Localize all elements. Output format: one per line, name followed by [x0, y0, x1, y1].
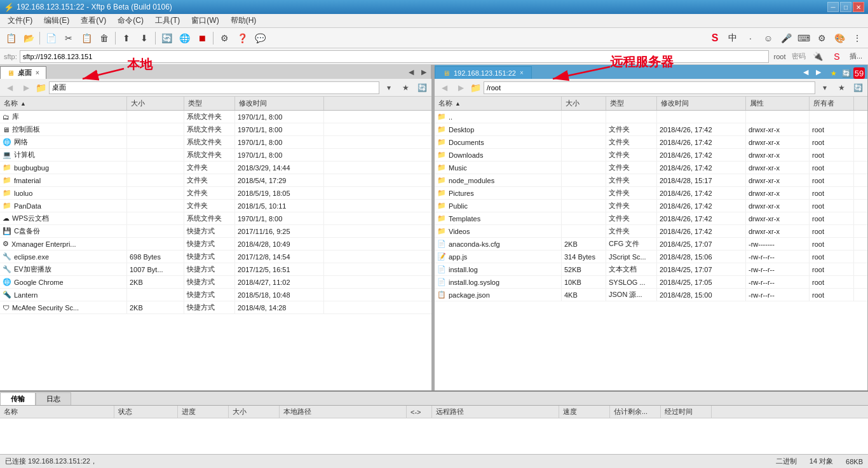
copy-button[interactable]: 📄 [43, 30, 59, 46]
tab-log[interactable]: 日志 [36, 392, 71, 405]
local-tab-close[interactable]: × [36, 69, 39, 76]
delete-button[interactable]: 🗑 [96, 30, 112, 46]
local-path[interactable]: 桌面 [49, 81, 379, 94]
list-item[interactable]: 🌐网络 系统文件夹 1970/1/1, 8:00 [0, 136, 431, 149]
remote-tab[interactable]: 🖥 192.168.123.151:22 × [435, 66, 532, 79]
help-button[interactable]: ❓ [234, 30, 250, 46]
list-item[interactable]: 📁Templates 文件夹 2018/4/26, 17:42 drwxr-xr… [435, 212, 867, 225]
keyboard-button[interactable]: ⌨ [796, 30, 812, 46]
col-date-local[interactable]: 修改时间 [235, 97, 324, 110]
list-item[interactable]: 📋package.json 4KB JSON 源... 2018/4/28, 1… [435, 289, 867, 301]
col-name-remote[interactable]: 名称 ▲ [435, 97, 562, 110]
col-owner-remote[interactable]: 所有者 [810, 97, 854, 110]
list-item[interactable]: 🗂库 系统文件夹 1970/1/1, 8:00 [0, 111, 431, 123]
sync-icon-remote[interactable]: 🔄 [841, 67, 852, 79]
connect-button[interactable]: 🔌 [810, 48, 826, 65]
globe-icon-btn[interactable]: 🌐 [176, 30, 193, 46]
chat-button[interactable]: 💬 [252, 30, 268, 46]
list-item[interactable]: 🔧eclipse.exe 698 Bytes 快捷方式 2017/12/8, 1… [0, 251, 431, 263]
list-item[interactable]: 📁Videos 文件夹 2018/4/26, 17:42 drwxr-xr-x … [435, 225, 867, 238]
tcol-eta[interactable]: 估计剩余... [610, 406, 661, 418]
sogou-icon[interactable]: S [707, 30, 723, 46]
nav-right-btn[interactable]: ▶ [418, 66, 430, 78]
new-session-button[interactable]: 📋 [3, 30, 19, 46]
list-item[interactable]: ⚙Xmanager Enterpri... 快捷方式 2018/4/28, 10… [0, 238, 431, 251]
nav-right-btn-remote[interactable]: ▶ [813, 66, 824, 78]
tcol-progress[interactable]: 进度 [178, 406, 229, 418]
list-item[interactable]: 📁fmaterial 文件夹 2018/5/4, 17:29 [0, 174, 431, 187]
tcol-status[interactable]: 状态 [114, 406, 178, 418]
download-button[interactable]: ⬇ [136, 30, 153, 46]
list-item[interactable]: 🌐Google Chrome 2KB 快捷方式 2018/4/27, 11:02 [0, 276, 431, 289]
col-name-local[interactable]: 名称 ▲ [0, 97, 127, 110]
tcol-speed[interactable]: 速度 [559, 406, 610, 418]
tcol-size[interactable]: 大小 [229, 406, 280, 418]
cut-button[interactable]: ✂ [60, 30, 77, 46]
refresh-btn-remote[interactable]: 🔄 [851, 81, 865, 95]
sync-button[interactable]: 🔄 [158, 30, 175, 46]
skin-button[interactable]: 🎨 [831, 30, 848, 46]
list-item[interactable]: 🖥控制面板 系统文件夹 1970/1/1, 8:00 [0, 123, 431, 136]
paste-button[interactable]: 📋 [78, 30, 95, 46]
col-size-remote[interactable]: 大小 [562, 97, 606, 110]
list-item[interactable]: 💾C盘备份 快捷方式 2017/11/16, 9:25 [0, 225, 431, 238]
list-item[interactable]: 📄install.log.syslog 10KB SYSLOG ... 2018… [435, 276, 867, 289]
timer-remote[interactable]: 59 [853, 67, 865, 79]
menu-command[interactable]: 命令(C) [112, 14, 149, 27]
list-item[interactable]: 📁node_modules 文件夹 2018/4/28, 15:17 drwxr… [435, 174, 867, 187]
forward-btn-remote[interactable]: ▶ [454, 81, 468, 95]
tcol-elapsed[interactable]: 经过时间 [661, 406, 712, 418]
list-item[interactable]: 📁PanData 文件夹 2018/1/5, 10:11 [0, 200, 431, 212]
col-date-remote[interactable]: 修改时间 [657, 97, 746, 110]
star-icon-remote[interactable]: ★ [828, 67, 839, 79]
bookmark-btn-remote[interactable]: ★ [834, 81, 848, 95]
tcol-local[interactable]: 本地路径 [280, 406, 407, 418]
upload-button[interactable]: ⬆ [118, 30, 135, 46]
nav-left-btn[interactable]: ◀ [405, 66, 417, 78]
list-item[interactable]: ☁WPS云文档 系统文件夹 1970/1/1, 8:00 [0, 212, 431, 225]
list-item[interactable]: 📁Desktop 文件夹 2018/4/26, 17:42 drwxr-xr-x… [435, 123, 867, 136]
col-size-local[interactable]: 大小 [127, 97, 184, 110]
emoji-button[interactable]: ☺ [760, 30, 776, 46]
tcol-remote[interactable]: 远程路径 [432, 406, 559, 418]
list-item[interactable]: 📄anaconda-ks.cfg 2KB CFG 文件 2018/4/25, 1… [435, 238, 867, 251]
col-type-remote[interactable]: 类型 [606, 97, 657, 110]
remote-tab-close[interactable]: × [520, 69, 524, 76]
list-item[interactable]: 📁.. [435, 111, 867, 123]
back-btn-local[interactable]: ◀ [3, 81, 17, 95]
list-item[interactable]: 🔦Lantern 快捷方式 2018/5/18, 10:48 [0, 289, 431, 301]
local-file-list[interactable]: 🗂库 系统文件夹 1970/1/1, 8:00 🖥控制面板 系统文件夹 1970… [0, 111, 431, 390]
minimize-button[interactable]: ─ [827, 2, 839, 12]
list-item[interactable]: 📝app.js 314 Bytes JScript Sc... 2018/4/2… [435, 251, 867, 263]
forward-btn-local[interactable]: ▶ [19, 81, 33, 95]
remote-file-list[interactable]: 📁.. 📁Desktop 文件夹 2018/4/26, 17:42 drwxr-… [435, 111, 867, 390]
col-perm-remote[interactable]: 属性 [746, 97, 810, 110]
more-button[interactable]: ⋮ [849, 30, 865, 46]
menu-file[interactable]: 文件(F) [3, 14, 37, 27]
tab-transfer[interactable]: 传输 [0, 392, 36, 405]
nav-left-btn-remote[interactable]: ◀ [800, 66, 811, 78]
remote-path[interactable]: /root [484, 81, 815, 94]
back-btn-remote[interactable]: ◀ [437, 81, 451, 95]
sogou-right-icon[interactable]: S [829, 48, 845, 65]
path-dropdown-local[interactable]: ▾ [382, 81, 396, 95]
upload-right-btn[interactable]: 插... [848, 48, 864, 65]
menu-tools[interactable]: 工具(T) [150, 14, 185, 27]
menu-view[interactable]: 查看(V) [76, 14, 111, 27]
open-button[interactable]: 📂 [20, 30, 37, 46]
list-item[interactable]: 📁bugbugbug 文件夹 2018/3/29, 14:44 [0, 162, 431, 174]
bookmark-btn-local[interactable]: ★ [398, 81, 412, 95]
list-item[interactable]: 📁Documents 文件夹 2018/4/26, 17:42 drwxr-xr… [435, 136, 867, 149]
col-type-local[interactable]: 类型 [184, 97, 235, 110]
list-item[interactable]: 📁Downloads 文件夹 2018/4/26, 17:42 drwxr-xr… [435, 149, 867, 162]
tcol-name[interactable]: 名称 [0, 406, 114, 418]
list-item[interactable]: 📁Public 文件夹 2018/4/26, 17:42 drwxr-xr-x … [435, 200, 867, 212]
local-tab[interactable]: 🖥 桌面 × [0, 66, 46, 79]
input-zh-button[interactable]: 中 [724, 30, 741, 46]
punctuation-button[interactable]: · [742, 30, 759, 46]
menu-edit[interactable]: 编辑(E) [39, 14, 74, 27]
list-item[interactable]: 🔧EV加密播放 1007 Byt... 快捷方式 2017/12/5, 16:5… [0, 263, 431, 276]
list-item[interactable]: 📁luoluo 文件夹 2018/5/19, 18:05 [0, 187, 431, 200]
list-item[interactable]: 📁Pictures 文件夹 2018/4/26, 17:42 drwxr-xr-… [435, 187, 867, 200]
list-item[interactable]: 📄install.log 52KB 文本文档 2018/4/25, 17:07 … [435, 263, 867, 276]
